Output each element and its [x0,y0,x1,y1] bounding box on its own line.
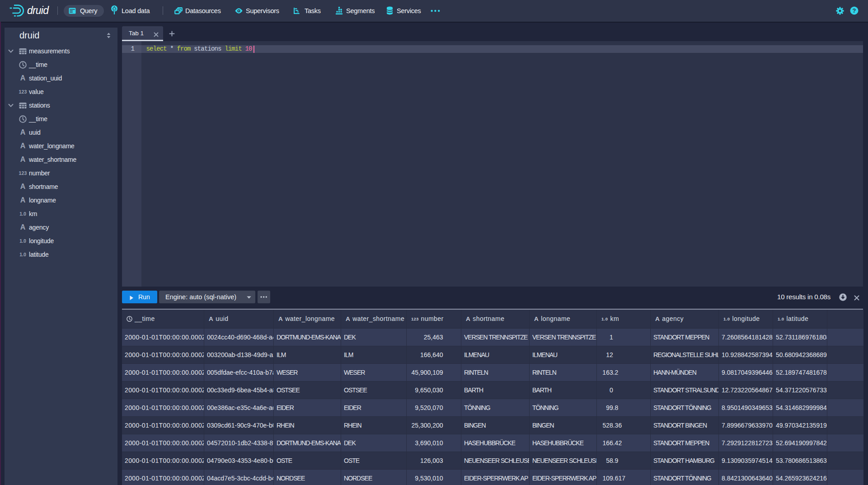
svg-text:?: ? [853,7,856,14]
